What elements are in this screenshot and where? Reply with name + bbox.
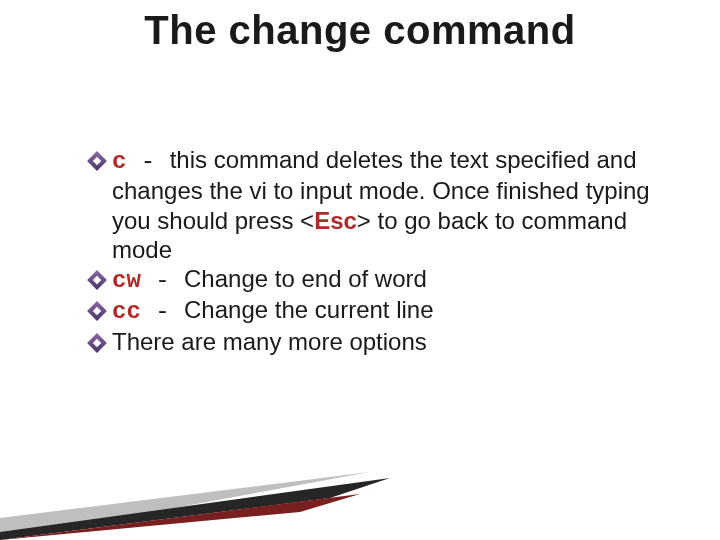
description: Change to end of word	[184, 265, 427, 292]
diamond-bullet-icon	[90, 154, 104, 168]
slide-title: The change command	[0, 8, 720, 53]
list-item-text: There are many more options	[112, 327, 660, 356]
list-item: cc - Change the current line	[90, 295, 660, 326]
separator: -	[126, 148, 169, 175]
list-item: There are many more options	[90, 327, 660, 356]
command-key: cc	[112, 298, 141, 325]
slide: The change command c - this command dele…	[0, 0, 720, 540]
svg-marker-2	[0, 494, 360, 540]
command-key: c	[112, 148, 126, 175]
diamond-bullet-icon	[90, 304, 104, 318]
svg-marker-1	[0, 478, 390, 540]
separator: -	[141, 267, 184, 294]
command-key: cw	[112, 267, 141, 294]
svg-marker-0	[0, 472, 370, 540]
description: Change the current line	[184, 296, 434, 323]
diamond-bullet-icon	[90, 336, 104, 350]
list-item-text: c - this command deletes the text specif…	[112, 145, 660, 264]
list-item: c - this command deletes the text specif…	[90, 145, 660, 264]
esc-open: <	[300, 207, 314, 234]
diamond-bullet-icon	[90, 273, 104, 287]
esc-close: >	[357, 207, 371, 234]
bullet-list: c - this command deletes the text specif…	[90, 145, 660, 356]
separator: -	[141, 298, 184, 325]
list-item-text: cw - Change to end of word	[112, 264, 660, 295]
list-item-text: cc - Change the current line	[112, 295, 660, 326]
esc-key: Esc	[314, 207, 357, 234]
slide-decoration	[0, 440, 390, 540]
description: There are many more options	[112, 328, 427, 355]
list-item: cw - Change to end of word	[90, 264, 660, 295]
